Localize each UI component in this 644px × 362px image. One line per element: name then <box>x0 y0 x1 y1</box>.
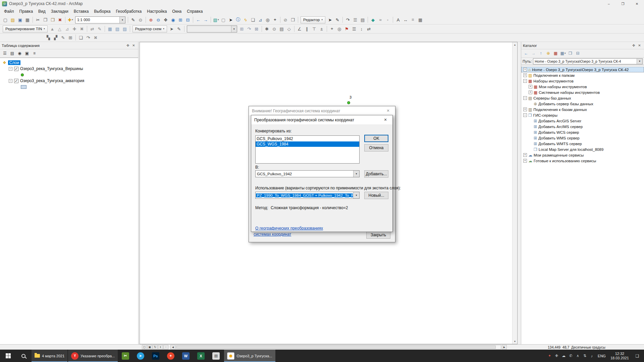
catalog-tree-item[interactable]: +⌂Home - Озеро 3_р Тунгуска\Озеро 3_р Ту… <box>521 67 644 72</box>
schematic-refresh-icon[interactable]: ↷ <box>246 25 253 33</box>
close-dialog-button[interactable]: Закрыть <box>366 231 390 239</box>
expand-icon[interactable]: + <box>523 153 527 157</box>
save-icon[interactable]: ▣ <box>16 16 24 23</box>
scroll-right-arrow[interactable]: ▶ <box>502 345 507 349</box>
plus-grid-icon[interactable]: ⊞ <box>67 34 74 41</box>
menu-item[interactable]: Геообработка <box>113 8 144 14</box>
tray-device-icon[interactable]: ✆ <box>567 350 574 362</box>
catalog-tree-item[interactable]: −❒ГИС-серверы <box>521 112 644 118</box>
to-combo[interactable]: GCS_Pulkovo_1942 ▾ <box>255 170 360 177</box>
layers-stack-icon[interactable]: ▤ <box>278 25 285 33</box>
schematic-select-icon[interactable]: ➤ <box>168 25 175 33</box>
menu-item[interactable]: Вид <box>36 8 48 14</box>
print-icon[interactable]: ▦ <box>24 16 31 23</box>
list-tool-icon[interactable]: ☰ <box>351 25 358 33</box>
photoshop-button[interactable]: Ps <box>148 350 163 362</box>
vertical-tool-icon[interactable]: ↕ <box>358 25 365 33</box>
close-icon[interactable]: ✕ <box>131 43 137 48</box>
tin-delete-icon[interactable]: ✖ <box>78 25 86 33</box>
frame-icon[interactable]: ❏ <box>77 34 85 41</box>
full-extent-icon[interactable]: ◉ <box>169 16 177 23</box>
close-icon[interactable]: ✕ <box>381 106 395 115</box>
identify-icon[interactable]: ⓘ <box>234 16 242 23</box>
add-button[interactable]: Добавить... <box>364 170 388 178</box>
rotate-tool-icon[interactable]: ↷ <box>344 16 352 23</box>
fixed-zoom-out-icon[interactable]: ⊟ <box>184 16 192 23</box>
dimension-tool-icon[interactable]: ↔ <box>402 16 409 23</box>
tray-hidden-icons[interactable]: ∧ <box>574 350 581 362</box>
forward-arrow-icon[interactable]: → <box>530 50 537 57</box>
perpendicular-tool-icon[interactable]: ⊤ <box>311 25 318 33</box>
map-scale-combo[interactable]: 1:1 000▾ <box>75 16 125 23</box>
using-combo[interactable]: PZ_1990_To_WGS_1984_GOST + Pulkovo_1942_… <box>255 192 360 199</box>
sketch-properties-icon[interactable]: ▤ <box>359 16 366 23</box>
exchange-tool-icon[interactable]: ⇄ <box>365 25 373 33</box>
toc-root-item[interactable]: ❖ Слои <box>0 60 138 66</box>
telegram-button[interactable]: ➤ <box>133 350 148 362</box>
chevron-down-icon[interactable]: ▾ <box>353 171 359 177</box>
close-icon[interactable]: ✕ <box>378 115 392 124</box>
map-vertical-scrollbar[interactable]: ▲ ▼ <box>512 42 517 344</box>
list-by-drawing-order-icon[interactable]: ☰ <box>1 50 8 57</box>
ok-button[interactable]: OK <box>364 135 388 142</box>
cut-icon[interactable]: ✂ <box>34 16 42 23</box>
redo-small-icon[interactable]: ↷ <box>85 34 92 41</box>
hyperlink-icon[interactable]: ϟ <box>242 16 249 23</box>
menu-item[interactable]: Окна <box>169 8 184 14</box>
menu-item[interactable]: Настройка <box>144 8 169 14</box>
catalog-tree-item[interactable]: +▦Системные наборы инструментов <box>521 89 644 95</box>
quad-block-alt-icon[interactable]: ▞ <box>52 34 59 41</box>
language-indicator[interactable]: ENG <box>595 354 608 358</box>
folder-window-button[interactable]: 4 марта 2021 <box>32 350 67 362</box>
start-button[interactable] <box>0 350 16 362</box>
scroll-left-arrow[interactable]: ◀ <box>170 345 175 349</box>
collapse-icon[interactable]: − <box>523 96 527 100</box>
pause-drawing-button[interactable]: ‖ <box>158 345 163 349</box>
collapse-icon[interactable]: − <box>9 79 12 83</box>
history-clock-icon[interactable]: ⊙ <box>271 25 278 33</box>
toolbox-icon[interactable]: ▦ <box>552 50 559 57</box>
catalog-tree-item[interactable]: ⊞Добавить ArcIMS сервер <box>521 124 644 129</box>
notification-center-icon[interactable]: ❑ <box>631 350 643 362</box>
previous-extent-icon[interactable]: ← <box>195 16 202 23</box>
menu-item[interactable]: Закладки <box>48 8 71 14</box>
surface-grid-icon[interactable]: ▦ <box>106 25 114 33</box>
catalog-tree-item[interactable]: −▦Наборы инструментов <box>521 78 644 84</box>
catalog-tree-item[interactable]: +☁Мои размещенные сервисы <box>521 152 644 158</box>
catalog-tree-item[interactable]: ⊞Добавить WMTS сервер <box>521 141 644 146</box>
new-document-icon[interactable]: ▢ <box>2 16 9 23</box>
construction-tool-icon[interactable]: ⌗ <box>409 16 417 23</box>
minimize-button[interactable]: – <box>602 0 616 7</box>
find-icon[interactable]: ◎ <box>264 16 271 23</box>
clock[interactable]: 12:3218.03.2021 <box>608 352 631 360</box>
layer-visibility-checkbox[interactable]: ✓ <box>14 79 18 83</box>
list-by-selection-icon[interactable]: ▣ <box>23 50 31 57</box>
binocular-tool-icon[interactable]: ◎ <box>336 25 343 33</box>
editor-menu[interactable]: Редактор▾ <box>301 16 325 23</box>
list-by-source-icon[interactable]: ▤ <box>9 50 16 57</box>
offset-tool-icon[interactable]: ± <box>318 25 325 33</box>
close-small-icon[interactable]: ✖ <box>92 34 99 41</box>
catalog-tree-item[interactable]: ⊕Добавить сервер базы данных <box>521 101 644 107</box>
launch-window-icon[interactable]: ❒ <box>567 50 574 57</box>
expand-icon[interactable]: + <box>523 73 527 77</box>
chevron-down-icon[interactable]: ▾ <box>353 192 359 198</box>
pin-icon[interactable]: ✜ <box>125 43 131 48</box>
layout-view-button[interactable]: ▣ <box>147 345 152 349</box>
schematics-menu[interactable]: Редактор схем▾ <box>132 25 167 33</box>
excel-button[interactable]: X <box>193 350 208 362</box>
flag-tool-icon[interactable]: ⚑ <box>343 25 351 33</box>
pencil-small-icon[interactable]: ✎ <box>59 34 67 41</box>
time-slider-icon[interactable]: ⊘ <box>282 16 289 23</box>
expand-icon[interactable]: + <box>523 108 527 111</box>
collapse-icon[interactable]: − <box>523 113 527 117</box>
html-popup-icon[interactable]: ❏ <box>249 16 257 23</box>
tin-modify-icon[interactable]: ✎ <box>96 25 103 33</box>
layer-visibility-checkbox[interactable]: ✓ <box>14 67 18 71</box>
zoom-in-icon[interactable]: ⊕ <box>147 16 155 23</box>
schematic-remove-icon[interactable]: ⊠ <box>253 25 260 33</box>
refresh-view-button[interactable]: ↻ <box>153 345 158 349</box>
target-tool-icon[interactable]: ⌖ <box>328 25 336 33</box>
tin-add-point-icon[interactable]: ✚ <box>71 25 78 33</box>
capture-app-button[interactable]: ✂ <box>118 350 133 362</box>
